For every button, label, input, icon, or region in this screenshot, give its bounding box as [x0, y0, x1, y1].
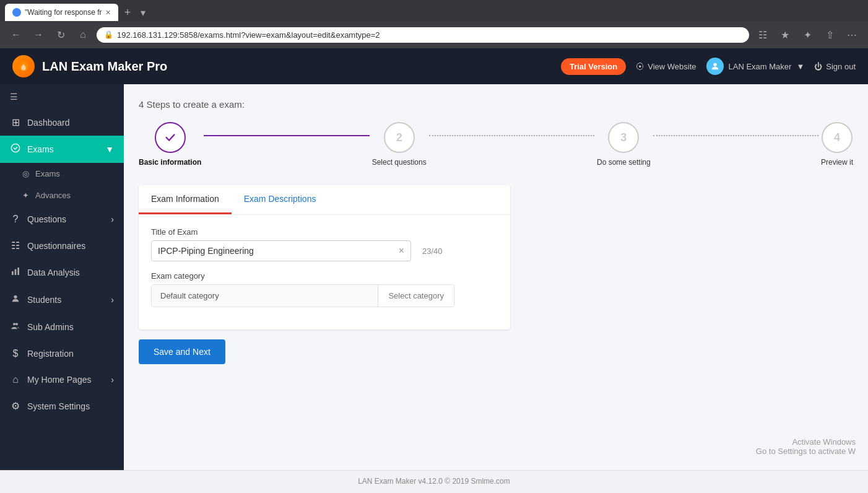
- svg-point-7: [15, 323, 18, 325]
- security-icon: 🔒: [104, 30, 113, 39]
- tab-exam-information[interactable]: Exam Information: [139, 185, 232, 214]
- sidebar-label-questionnaires: Questionnaires: [27, 241, 85, 251]
- students-arrow-icon: ›: [111, 295, 114, 305]
- share-button[interactable]: ⇧: [821, 26, 838, 43]
- advances-icon: ✦: [22, 191, 29, 200]
- sidebar-item-questions[interactable]: ? Questions ›: [0, 206, 124, 232]
- new-tab-button[interactable]: +: [121, 6, 135, 19]
- app-logo: [12, 55, 35, 77]
- collection-button[interactable]: ✦: [799, 26, 816, 43]
- sidebar-label-exams: Exams: [27, 144, 54, 154]
- svg-point-0: [713, 63, 716, 66]
- sidebar-sub-label-advances: Advances: [35, 191, 71, 200]
- sidebar-item-data-analysis[interactable]: Data Analysis: [0, 259, 124, 286]
- main-content: 4 Steps to create a exam: Basic informat…: [124, 84, 868, 470]
- footer: LAN Exam Maker v4.12.0 © 2019 Smlme.com: [0, 470, 868, 492]
- sidebar-item-advances[interactable]: ✦ Advances: [0, 185, 124, 206]
- app-title: LAN Exam Maker Pro: [42, 59, 561, 74]
- title-char-count: 23/40: [417, 246, 448, 256]
- exams-arrow-icon: ▼: [105, 144, 114, 154]
- dashboard-icon: ⊞: [10, 116, 21, 128]
- category-default-value: Default category: [152, 285, 378, 307]
- address-bar[interactable]: 🔒 192.168.131.129:5858/exams.html?view=e…: [97, 27, 749, 43]
- questions-arrow-icon: ›: [111, 214, 114, 224]
- windows-activation: Activate Windows Go to Settings to activ…: [756, 437, 856, 456]
- tab-title: "Waiting for response fr: [25, 8, 102, 17]
- title-input[interactable]: [152, 241, 393, 261]
- category-select-button[interactable]: Select category: [378, 285, 454, 307]
- system-settings-icon: ⚙: [10, 400, 21, 412]
- save-and-next-button[interactable]: Save and Next: [139, 339, 225, 364]
- url-text: 192.168.131.129:5858/exams.html?view=exa…: [117, 30, 380, 40]
- step-connector-2: [429, 135, 594, 136]
- step-2: 2 Select questions: [372, 122, 427, 167]
- sidebar-item-students[interactable]: Students ›: [0, 286, 124, 313]
- sub-admins-icon: [10, 321, 21, 333]
- exams-icon: [10, 143, 21, 155]
- sidebar: ☰ ⊞ Dashboard Exams ▼ ◎ Exams ✦ Advances: [0, 84, 124, 470]
- tab-exam-descriptions[interactable]: Exam Descriptions: [232, 185, 329, 214]
- active-tab[interactable]: "Waiting for response fr ×: [5, 4, 118, 21]
- user-menu[interactable]: LAN Exam Maker ▼: [706, 58, 805, 75]
- forward-button[interactable]: →: [30, 26, 47, 43]
- step-3: 3 Do some setting: [597, 122, 651, 167]
- steps-title: 4 Steps to create a exam:: [139, 99, 853, 110]
- home-button[interactable]: ⌂: [74, 26, 92, 43]
- step-connector-1: [204, 135, 369, 136]
- title-clear-button[interactable]: ×: [393, 245, 410, 256]
- step-3-label: Do some setting: [597, 158, 651, 167]
- settings-button[interactable]: ⋯: [843, 26, 861, 43]
- step-connector-3: [653, 135, 818, 136]
- tab-header: Exam Information Exam Descriptions: [139, 185, 510, 215]
- sidebar-toggle[interactable]: ☰: [0, 84, 124, 109]
- sidebar-item-dashboard[interactable]: ⊞ Dashboard: [0, 109, 124, 136]
- category-label: Exam category: [151, 271, 498, 281]
- favorites-button[interactable]: ★: [776, 26, 794, 43]
- reload-button[interactable]: ↻: [52, 26, 69, 43]
- sidebar-label-my-home-pages: My Home Pages: [27, 375, 91, 385]
- view-website-link[interactable]: 🖸 View Website: [636, 62, 696, 71]
- user-dropdown-icon: ▼: [796, 62, 804, 71]
- sidebar-label-system-settings: System Settings: [27, 401, 90, 411]
- tab-content-exam-information: Title of Exam × 23/40 Exam category: [139, 215, 510, 329]
- sidebar-item-questionnaires[interactable]: ☷ Questionnaires: [0, 232, 124, 259]
- svg-rect-2: [12, 271, 14, 275]
- sidebar-item-registration[interactable]: $ Registration: [0, 341, 124, 367]
- monitor-icon: 🖸: [636, 62, 644, 71]
- sidebar-label-sub-admins: Sub Admins: [27, 322, 74, 332]
- steps-container: Basic information 2 Select questions 3: [139, 122, 853, 167]
- tab-list-button[interactable]: ▾: [137, 7, 149, 19]
- user-name: LAN Exam Maker: [729, 62, 792, 71]
- step-1-label: Basic information: [139, 158, 201, 167]
- tabs-panel: Exam Information Exam Descriptions Title…: [139, 185, 510, 329]
- home-pages-icon: ⌂: [10, 374, 21, 385]
- browser-actions: ☷ ★ ✦ ⇧ ⋯: [754, 26, 861, 43]
- sidebar-label-questions: Questions: [27, 214, 66, 224]
- tab-close-button[interactable]: ×: [106, 7, 111, 17]
- step-1-circle: [155, 122, 186, 153]
- sign-out-link[interactable]: ⏻ Sign out: [814, 62, 856, 71]
- step-2-circle: 2: [384, 122, 415, 153]
- students-icon: [10, 294, 21, 306]
- footer-text: LAN Exam Maker v4.12.0 © 2019 Smlme.com: [358, 477, 510, 486]
- trial-badge: Trial Version: [561, 58, 626, 75]
- sidebar-item-exams[interactable]: Exams ▼: [0, 136, 124, 163]
- category-row: Default category Select category: [151, 284, 454, 307]
- sidebar-sub-label-exams: Exams: [35, 169, 60, 178]
- sidebar-item-system-settings[interactable]: ⚙ System Settings: [0, 393, 124, 419]
- sidebar-item-sub-admins[interactable]: Sub Admins: [0, 313, 124, 341]
- back-button[interactable]: ←: [7, 26, 25, 43]
- svg-point-6: [13, 323, 15, 325]
- registration-icon: $: [10, 348, 21, 359]
- step-4-circle: 4: [822, 122, 853, 153]
- questionnaires-icon: ☷: [10, 240, 21, 251]
- questions-icon: ?: [10, 214, 21, 225]
- immersive-reader-button[interactable]: ☷: [754, 26, 771, 43]
- step-2-label: Select questions: [372, 158, 427, 167]
- app-header: LAN Exam Maker Pro Trial Version 🖸 View …: [0, 48, 868, 84]
- sidebar-item-exams-sub[interactable]: ◎ Exams: [0, 163, 124, 185]
- sidebar-item-my-home-pages[interactable]: ⌂ My Home Pages ›: [0, 367, 124, 393]
- sidebar-item-label: Dashboard: [27, 118, 70, 128]
- tab-favicon: [12, 8, 21, 17]
- title-input-wrapper: ×: [151, 240, 411, 261]
